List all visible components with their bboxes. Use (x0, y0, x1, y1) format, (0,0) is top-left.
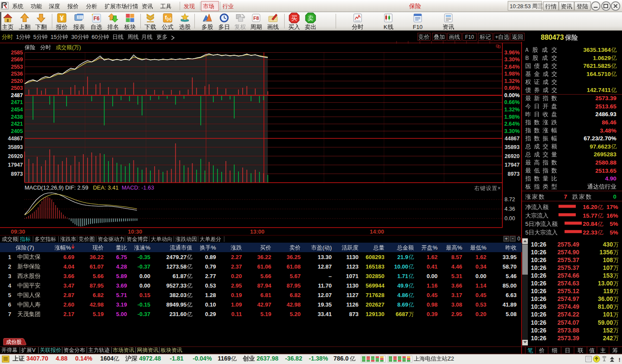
svg-text:2.27: 2.27 (231, 254, 242, 260)
svg-text:2569: 2569 (11, 57, 23, 63)
svg-text:302850: 302850 (366, 273, 384, 279)
svg-text:2575.49: 2575.49 (557, 241, 579, 248)
svg-text:5: 5 (33, 34, 36, 40)
svg-text:Z2: Z2 (447, 355, 454, 362)
svg-text:2.64%: 2.64% (505, 121, 520, 127)
svg-text:5.89: 5.89 (116, 273, 127, 279)
svg-text:6.75: 6.75 (116, 254, 127, 260)
svg-text:0.20: 0.20 (476, 311, 486, 317)
svg-text:0.41: 0.41 (427, 263, 438, 270)
svg-text:8.72: 8.72 (505, 196, 515, 203)
svg-text:+: + (495, 34, 498, 40)
svg-text:-: - (512, 235, 514, 241)
svg-text:165183: 165183 (366, 263, 384, 270)
svg-text:6.81: 6.81 (260, 292, 271, 298)
svg-text:-1.81: -1.81 (170, 355, 184, 362)
svg-text:0.66%: 0.66% (505, 85, 520, 91)
svg-text:2421: 2421 (11, 121, 23, 127)
svg-text:0: 0 (517, 236, 520, 242)
svg-text:0.00: 0.00 (505, 215, 515, 222)
svg-text:5.31: 5.31 (451, 273, 462, 279)
svg-text:3.47: 3.47 (63, 282, 74, 289)
svg-text:0.45: 0.45 (476, 292, 486, 298)
svg-text:19.35: 19.35 (317, 301, 332, 308)
svg-text:3635.1364: 3635.1364 (583, 47, 611, 53)
svg-text:1.62: 1.62 (427, 254, 438, 260)
svg-text:-0.04%: -0.04% (193, 355, 212, 362)
svg-text:10:26: 10:26 (531, 311, 546, 318)
svg-text:60: 60 (92, 34, 98, 40)
svg-text:0.10: 0.10 (205, 301, 216, 308)
svg-text:61.07: 61.07 (89, 263, 104, 270)
svg-text:1.98%: 1.98% (505, 71, 520, 77)
svg-text:V: V (32, 347, 36, 353)
svg-text:2.95: 2.95 (231, 282, 242, 289)
svg-text:5.19: 5.19 (93, 311, 104, 317)
svg-text:3.19: 3.19 (116, 301, 127, 308)
svg-text:2520: 2520 (11, 78, 23, 84)
svg-text:%: % (457, 244, 462, 251)
svg-text:4.04: 4.04 (63, 263, 75, 270)
svg-text:87.95: 87.95 (89, 282, 104, 289)
svg-text:2575.37: 2575.37 (557, 256, 579, 263)
svg-text:K: K (384, 24, 387, 30)
svg-text:129130: 129130 (366, 311, 384, 317)
svg-text:%: % (66, 244, 71, 251)
svg-text:8949.95: 8949.95 (166, 301, 187, 308)
svg-text:153: 153 (603, 272, 613, 279)
svg-text:10:26: 10:26 (531, 295, 546, 302)
svg-text:2574.49: 2574.49 (557, 303, 579, 310)
svg-text:(7): (7) (27, 244, 34, 251)
svg-text:0.14%: 0.14% (75, 355, 92, 362)
svg-text:3.66: 3.66 (63, 273, 74, 279)
svg-text:%: % (211, 244, 216, 251)
svg-text:10.00: 10.00 (394, 263, 408, 270)
svg-text:85.00: 85.00 (502, 282, 517, 289)
svg-text:0.11: 0.11 (231, 311, 242, 317)
svg-text:0.53: 0.53 (476, 301, 486, 308)
svg-text:1127: 1127 (346, 292, 359, 298)
svg-text:1130: 1130 (346, 254, 359, 260)
svg-text:1.98%: 1.98% (505, 114, 520, 120)
svg-text:2513.65: 2513.65 (595, 103, 616, 110)
svg-text:4.90: 4.90 (605, 175, 616, 182)
svg-text:2.77: 2.77 (205, 273, 216, 279)
svg-text:382.03: 382.03 (169, 292, 187, 298)
svg-text:10:28:53: 10:28:53 (510, 3, 531, 9)
svg-text:6.69: 6.69 (63, 254, 74, 260)
svg-text:5.67: 5.67 (290, 273, 301, 279)
svg-text:49.9: 49.9 (397, 282, 408, 289)
svg-text:2454: 2454 (11, 107, 23, 113)
svg-text:36.22: 36.22 (89, 254, 104, 260)
svg-text:%: % (481, 244, 486, 251)
svg-text:2553: 2553 (11, 64, 23, 70)
svg-text:242: 242 (603, 335, 613, 342)
svg-text:58.70: 58.70 (502, 263, 517, 270)
svg-text:1.71: 1.71 (397, 273, 408, 279)
svg-text:21.9: 21.9 (397, 254, 408, 260)
svg-text:1126: 1126 (346, 301, 359, 308)
svg-text:7621.5825: 7621.5825 (583, 63, 611, 69)
svg-text:10:26: 10:26 (531, 264, 546, 271)
svg-text:33.41: 33.41 (317, 311, 332, 317)
svg-text:36.00: 36.00 (598, 295, 613, 302)
svg-text:): ) (79, 44, 81, 51)
svg-text:97.6623: 97.6623 (590, 143, 611, 150)
svg-text:1130: 1130 (346, 282, 359, 289)
svg-text:44867: 44867 (505, 136, 520, 142)
svg-text:36.22: 36.22 (257, 254, 271, 260)
svg-text:231.60: 231.60 (169, 311, 187, 317)
svg-text:9527.33: 9527.33 (166, 282, 187, 289)
svg-text:108: 108 (603, 256, 613, 263)
svg-text:87.94: 87.94 (257, 282, 271, 289)
svg-text:2574.90: 2574.90 (557, 249, 579, 256)
svg-text:717628: 717628 (366, 292, 384, 298)
svg-text:569944: 569944 (366, 282, 385, 289)
svg-text:61.06: 61.06 (257, 263, 271, 270)
svg-text:5.20: 5.20 (290, 311, 301, 317)
svg-text:4.36: 4.36 (505, 206, 515, 212)
svg-text:4.28: 4.28 (116, 263, 127, 270)
svg-text:2405: 2405 (11, 128, 23, 134)
svg-text:2585: 2585 (11, 50, 23, 56)
svg-text:2.37: 2.37 (231, 263, 242, 270)
